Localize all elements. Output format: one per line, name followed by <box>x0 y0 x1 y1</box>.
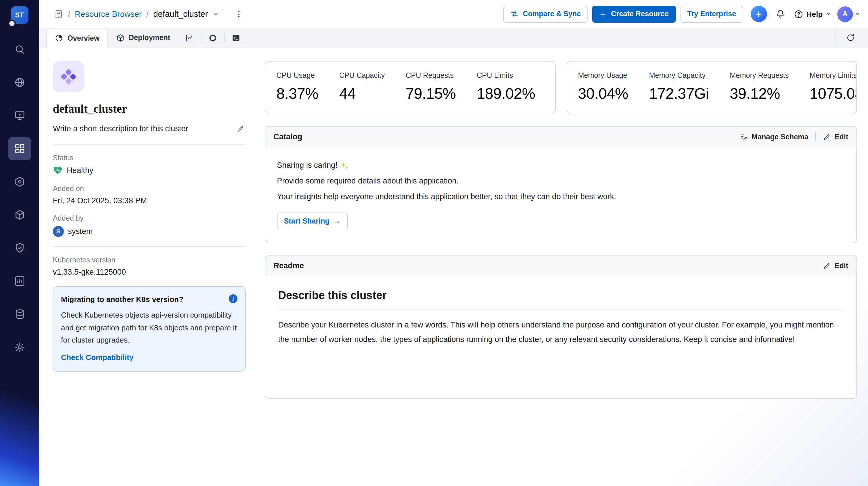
sidebar-item-monitoring[interactable] <box>8 269 31 293</box>
create-resource-button[interactable]: Create Resource <box>592 5 676 22</box>
sparkle-icon <box>754 9 763 18</box>
chevron-down-icon <box>826 11 831 17</box>
ai-assistant-button[interactable] <box>751 6 767 22</box>
catalog-edit-button[interactable]: Edit <box>823 133 848 141</box>
readme-title: Readme <box>274 261 304 270</box>
more-options-menu[interactable] <box>232 7 246 21</box>
sidebar-nav <box>8 38 31 359</box>
overview-content: default_cluster Write a short descriptio… <box>39 48 868 486</box>
readme-edit-label: Edit <box>835 262 848 270</box>
chevron-down-icon <box>855 11 861 17</box>
notifications-button[interactable] <box>772 5 789 23</box>
tabbar-right <box>836 28 862 48</box>
catalog-line-1-text: Sharing is caring! <box>277 157 338 173</box>
sidebar-item-applications[interactable] <box>8 104 31 127</box>
catalog-line-1: Sharing is caring! <box>277 157 845 173</box>
catalog-line-3: Your insights help everyone understand t… <box>277 189 845 204</box>
info-icon[interactable]: i <box>229 294 238 303</box>
catalog-title: Catalog <box>274 132 302 141</box>
sidebar-item-chart-store[interactable] <box>8 170 31 193</box>
overview-pie-icon <box>55 34 63 42</box>
status-label: Status <box>53 154 255 162</box>
help-label: Help <box>806 9 823 18</box>
tab-deployment[interactable]: Deployment <box>108 28 178 48</box>
status-value: Healthy <box>67 166 93 175</box>
compare-arrows-icon <box>510 10 519 18</box>
deployment-cube-icon <box>116 33 125 42</box>
healthy-heart-icon <box>53 165 63 175</box>
sidebar-item-resource-browser[interactable] <box>8 137 31 160</box>
refresh-button[interactable] <box>842 30 859 46</box>
cluster-name-title: default_cluster <box>53 102 255 116</box>
tab-terminal[interactable] <box>225 28 247 48</box>
create-resource-label: Create Resource <box>611 10 669 18</box>
tab-pods[interactable] <box>202 28 224 48</box>
migration-info-card: Migrating to another K8s version? i Chec… <box>53 286 246 372</box>
added-on-label: Added on <box>53 185 255 193</box>
catalog-card: Catalog Manage Schema <box>265 126 857 243</box>
check-compatibility-link[interactable]: Check Compatibility <box>61 353 133 362</box>
logo-badge-icon <box>8 20 16 27</box>
metric-label: CPU Requests <box>406 71 456 80</box>
metric-memory-capacity: Memory Capacity 172.37Gi <box>649 71 709 103</box>
readme-heading: Describe this cluster <box>278 289 844 309</box>
metric-cpu-requests: CPU Requests 79.15% <box>406 71 456 103</box>
readme-edit-button[interactable]: Edit <box>823 262 848 270</box>
breadcrumb-current-cluster: default_cluster <box>153 9 208 19</box>
try-enterprise-button[interactable]: Try Enterprise <box>680 5 743 22</box>
user-menu[interactable]: A <box>837 6 861 22</box>
metrics-row: CPU Usage 8.37% CPU Capacity 44 CPU Requ… <box>265 61 857 114</box>
kebab-menu-icon <box>235 9 243 18</box>
metric-cpu-usage: CPU Usage 8.37% <box>276 71 318 103</box>
edit-description-button[interactable] <box>235 124 246 134</box>
added-on-value: Fri, 24 Oct 2025, 03:38 PM <box>53 196 255 205</box>
start-sharing-button[interactable]: Start Sharing → <box>277 213 348 230</box>
cluster-switcher-dropdown[interactable] <box>213 11 219 17</box>
readme-card-header: Readme Edit <box>265 255 857 276</box>
sidebar-item-stack-manager[interactable] <box>8 303 31 326</box>
bar-chart-icon <box>13 275 25 287</box>
help-menu[interactable]: Help <box>794 9 831 19</box>
metric-label: Memory Requests <box>730 71 789 80</box>
top-bar: / Resource Browser / default_cluster Com… <box>39 0 868 28</box>
plus-icon <box>599 10 607 18</box>
compare-sync-button[interactable]: Compare & Sync <box>504 5 588 22</box>
metric-label: CPU Usage <box>276 71 318 80</box>
sidebar-item-security[interactable] <box>8 236 31 260</box>
divider <box>53 246 246 247</box>
resource-browser-app: ST <box>0 0 868 486</box>
catalog-actions: Manage Schema Edit <box>740 132 848 141</box>
metric-value: 79.15% <box>406 85 456 103</box>
cluster-tab-bar: Overview Deployment <box>39 28 868 48</box>
metric-cpu-limits: CPU Limits 189.02% <box>477 71 535 103</box>
metric-value: 39.12% <box>730 85 789 103</box>
building-icon <box>54 9 63 19</box>
breadcrumb-separator: / <box>68 9 70 19</box>
refresh-icon <box>846 33 855 42</box>
breadcrumb-resource-browser-link[interactable]: Resource Browser <box>75 9 142 19</box>
metric-memory-usage: Memory Usage 30.04% <box>578 71 628 103</box>
package-hexagon-icon <box>13 176 25 187</box>
readme-paragraph: Describe your Kubernetes cluster in a fe… <box>278 318 844 347</box>
sidebar-item-jobs[interactable] <box>8 203 31 226</box>
added-by-row: S system <box>53 226 255 237</box>
help-circle-icon <box>794 9 804 19</box>
tab-deployment-label: Deployment <box>129 34 170 42</box>
pencil-icon <box>823 262 831 270</box>
app-logo[interactable]: ST <box>11 6 28 24</box>
readme-actions: Edit <box>823 262 848 270</box>
metric-cpu-capacity: CPU Capacity 44 <box>339 71 385 103</box>
globe-icon <box>13 77 25 88</box>
catalog-card-header: Catalog Manage Schema <box>265 127 857 148</box>
tab-metrics[interactable] <box>178 28 201 48</box>
database-stack-icon <box>13 308 25 320</box>
sidebar-item-search[interactable] <box>8 38 31 61</box>
sidebar-item-settings[interactable] <box>8 336 31 359</box>
sidebar-item-global[interactable] <box>8 71 31 94</box>
shield-check-icon <box>13 242 25 254</box>
metric-label: Memory Capacity <box>649 71 709 80</box>
manage-schema-button[interactable]: Manage Schema <box>740 133 808 141</box>
pod-ring-icon <box>209 33 217 42</box>
metric-memory-limits: Memory Limits 1075.08% <box>810 71 857 103</box>
tab-overview[interactable]: Overview <box>46 28 108 48</box>
